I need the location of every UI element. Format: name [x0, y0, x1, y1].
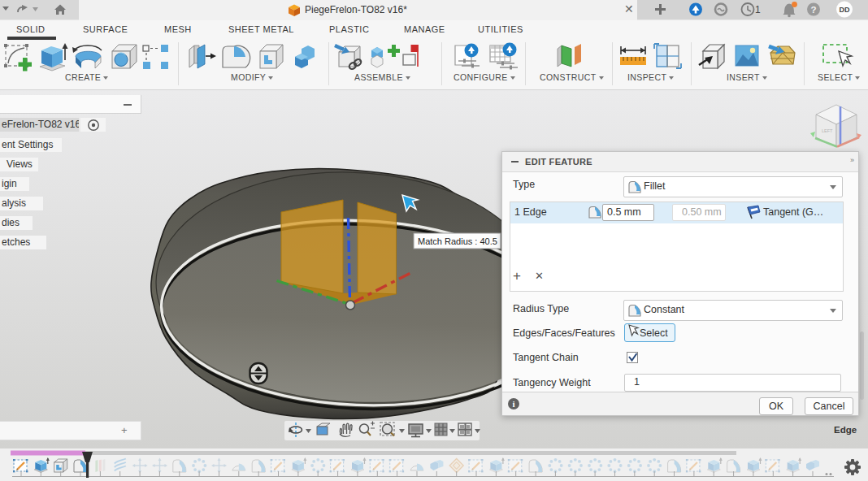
svg-text:Match Radius : 40.5: Match Radius : 40.5 — [418, 236, 497, 246]
svg-text:LEFT: LEFT — [822, 128, 833, 133]
svg-text:i: i — [512, 399, 514, 409]
svg-text:1: 1 — [755, 4, 761, 15]
svg-text:DD: DD — [840, 6, 850, 14]
svg-text:?: ? — [810, 5, 816, 15]
